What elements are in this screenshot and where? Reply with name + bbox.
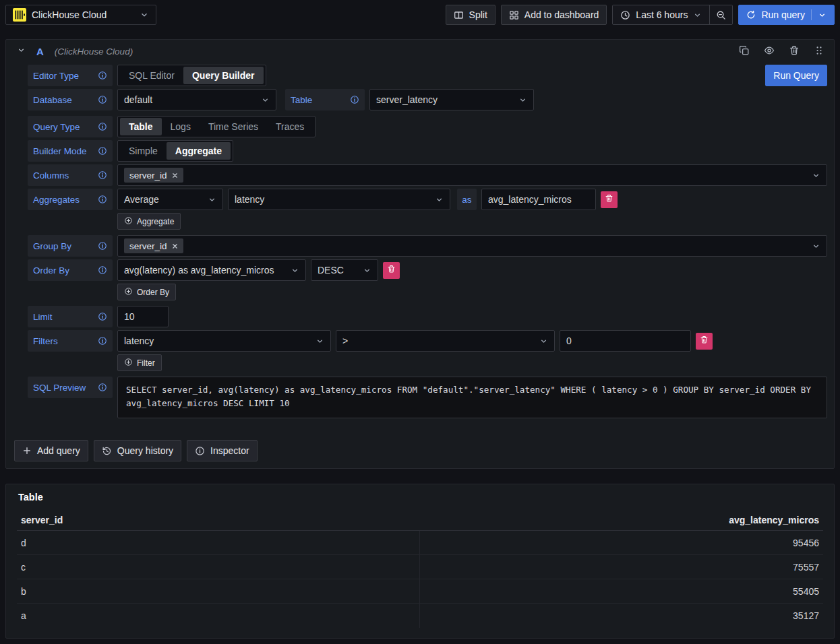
remove-tag-icon[interactable] [172, 172, 178, 179]
run-query-editor-button[interactable]: Run Query [765, 65, 827, 86]
time-range-label: Last 6 hours [636, 9, 688, 20]
order-by-field-select[interactable]: avg(latency) as avg_latency_micros [117, 259, 306, 281]
aggregate-function-value: Average [124, 194, 159, 205]
trash-icon [789, 45, 800, 58]
remove-aggregate-button[interactable] [601, 191, 618, 208]
database-select[interactable]: default [117, 89, 276, 110]
filter-operator-select[interactable]: > [336, 330, 555, 352]
add-to-dashboard-button[interactable]: Add to dashboard [501, 5, 607, 25]
query-header: A (ClickHouse Cloud) [6, 40, 834, 63]
info-icon[interactable] [98, 122, 107, 131]
aggregate-alias-input[interactable] [481, 189, 596, 210]
toolbar: ClickHouse Cloud Split Add to dashboard … [0, 0, 840, 30]
duplicate-query-button[interactable] [739, 45, 750, 58]
query-ref-id[interactable]: A [36, 46, 44, 57]
cell-server-id: a [17, 604, 420, 628]
limit-input[interactable] [117, 306, 169, 327]
table-row[interactable]: a 35127 [17, 604, 823, 628]
query-type-option-logs[interactable]: Logs [162, 118, 200, 135]
inspector-button[interactable]: Inspector [187, 440, 258, 461]
search-minus-icon [716, 10, 726, 20]
table-label: Table [285, 89, 365, 110]
split-button[interactable]: Split [446, 5, 496, 25]
column-header-server-id[interactable]: server_id [17, 515, 420, 525]
remove-tag-icon[interactable] [172, 243, 178, 249]
remove-filter-button[interactable] [696, 333, 713, 350]
columns-multiselect[interactable]: server_id [117, 164, 827, 186]
editor-type-option-query-builder[interactable]: Query Builder [183, 67, 264, 84]
drag-handle[interactable] [814, 45, 824, 58]
delete-query-button[interactable] [789, 45, 800, 58]
history-icon [102, 446, 112, 456]
order-by-direction-select[interactable]: DESC [311, 259, 378, 281]
query-type-option-traces[interactable]: Traces [267, 118, 313, 135]
chevron-down-icon [363, 266, 371, 275]
plus-icon [22, 446, 32, 455]
apps-grid-icon [509, 10, 519, 20]
add-aggregate-button[interactable]: Aggregate [117, 213, 181, 230]
group-by-multiselect[interactable]: server_id [117, 235, 827, 257]
query-editor-panel: A (ClickHouse Cloud) Editor Type SQL Edi… [5, 39, 835, 469]
aggregate-function-select[interactable]: Average [117, 189, 223, 210]
toggle-query-visibility-button[interactable] [764, 45, 775, 58]
trash-icon [700, 335, 709, 346]
table-row[interactable]: c 75557 [17, 555, 823, 579]
cell-server-id: c [17, 555, 420, 579]
editor-type-option-sql-editor[interactable]: SQL Editor [120, 67, 183, 84]
query-history-button[interactable]: Query history [94, 440, 181, 461]
remove-order-by-button[interactable] [383, 262, 400, 279]
run-query-button[interactable]: Run query [738, 5, 835, 25]
info-icon[interactable] [98, 95, 107, 104]
chevron-down-icon [435, 195, 444, 204]
add-filter-button[interactable]: Filter [117, 354, 162, 371]
query-type-option-table[interactable]: Table [120, 118, 162, 135]
add-order-by-button[interactable]: Order By [117, 284, 176, 300]
collapse-query-button[interactable] [17, 46, 26, 57]
datasource-picker[interactable]: ClickHouse Cloud [5, 5, 156, 25]
filter-value-input[interactable] [560, 330, 691, 352]
button-divider [811, 9, 812, 20]
info-icon[interactable] [98, 241, 107, 251]
info-icon[interactable] [98, 336, 107, 346]
query-type-option-time-series[interactable]: Time Series [200, 118, 267, 135]
add-aggregate-label: Aggregate [137, 217, 174, 226]
trash-icon [387, 265, 396, 276]
chevron-down-icon [17, 46, 26, 57]
builder-mode-option-simple[interactable]: Simple [120, 142, 167, 160]
info-circle-icon [195, 446, 205, 456]
cell-avg-latency: 35127 [420, 610, 823, 621]
table-row[interactable]: d 95456 [17, 531, 823, 555]
table-select[interactable]: server_latency [369, 89, 534, 110]
add-to-dashboard-label: Add to dashboard [524, 9, 599, 20]
table-body: d 95456 c 75557 b 55405 a 35127 [17, 531, 823, 628]
info-icon[interactable] [98, 146, 107, 156]
clock-icon [620, 10, 630, 20]
info-icon[interactable] [98, 71, 107, 80]
order-by-label: Order By [28, 259, 113, 281]
info-icon[interactable] [98, 383, 107, 392]
filter-column-select[interactable]: latency [117, 330, 331, 352]
info-icon[interactable] [98, 170, 107, 180]
run-query-label: Run query [761, 9, 805, 20]
chevron-down-icon [812, 171, 820, 180]
info-icon[interactable] [98, 265, 107, 275]
info-icon[interactable] [350, 95, 359, 104]
table-row[interactable]: b 55405 [17, 579, 823, 604]
time-zoom-out-button[interactable] [709, 5, 732, 24]
builder-mode-option-aggregate[interactable]: Aggregate [167, 142, 231, 160]
info-icon[interactable] [98, 312, 107, 321]
trash-icon [605, 194, 613, 205]
column-header-avg-latency-micros[interactable]: avg_latency_micros [420, 515, 823, 525]
clickhouse-logo-icon [13, 8, 26, 22]
plus-circle-icon [124, 216, 133, 227]
chevron-down-icon [208, 195, 216, 204]
chevron-down-icon[interactable] [818, 11, 827, 20]
info-icon[interactable] [98, 195, 107, 204]
plus-circle-icon [124, 358, 133, 368]
time-range-picker[interactable]: Last 6 hours [613, 5, 709, 24]
add-filter-label: Filter [137, 358, 155, 368]
aggregate-column-select[interactable]: latency [228, 189, 450, 210]
add-query-button[interactable]: Add query [14, 440, 88, 461]
results-table: server_id avg_latency_micros d 95456 c 7… [17, 509, 823, 638]
sql-preview-label: SQL Preview [28, 377, 113, 398]
